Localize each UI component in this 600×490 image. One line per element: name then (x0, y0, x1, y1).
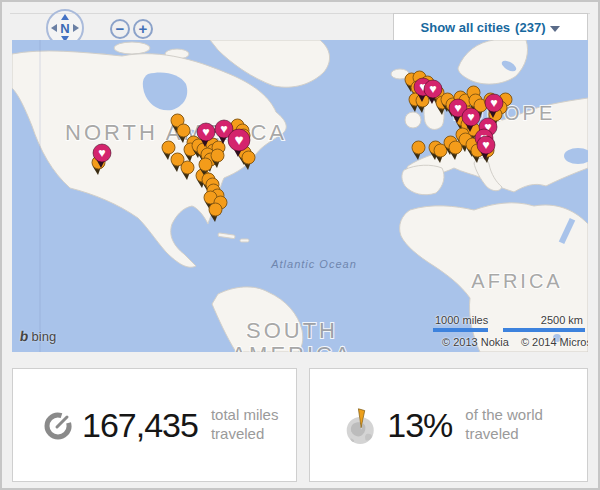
chevron-down-icon (550, 26, 560, 32)
label-africa: AFRICA (471, 270, 562, 292)
heart-icon: ♥ (220, 122, 227, 136)
heart-icon: ♥ (490, 96, 497, 110)
scale-miles-bar (433, 328, 488, 332)
globe-flag-icon (344, 402, 378, 448)
total-miles-label-line2: traveled (211, 425, 279, 444)
show-all-cities-label: Show all cities (421, 20, 511, 35)
label-south-america-1: SOUTH (246, 318, 338, 343)
scale-miles-label: 1000 miles (435, 314, 488, 326)
bing-b-icon: b (19, 328, 30, 344)
label-atlantic-ocean: Atlantic Ocean (270, 258, 357, 270)
copyright-microsoft: © 2014 Microsoft Corporation (521, 336, 588, 348)
heart-icon: ♥ (98, 146, 105, 160)
map-scale: 1000 miles 2500 km © 2013 Nokia © 2014 M… (433, 314, 585, 348)
zoom-in-button[interactable]: + (133, 19, 153, 39)
heart-icon: ♥ (482, 138, 489, 152)
map-canvas: NORTH AMERICA EUROPE AFRICA SOUTH AMERIC… (12, 40, 588, 352)
show-all-cities-dropdown[interactable]: Show all cities (237) (393, 13, 588, 42)
travel-map-widget: N − + Show all cities (237) (0, 0, 600, 490)
scale-km-label: 2500 km (541, 314, 583, 326)
world-traveled-card: 13% of the world traveled (309, 368, 588, 482)
bing-logo[interactable]: b bing (20, 328, 56, 344)
city-pin[interactable] (412, 141, 425, 160)
heart-icon: ♥ (429, 82, 436, 96)
scale-km-bar (503, 328, 585, 332)
heart-icon: ♥ (454, 101, 461, 115)
compass-north-label: N (48, 21, 82, 36)
map-copyright: © 2013 Nokia © 2014 Microsoft Corporatio… (433, 336, 585, 348)
copyright-nokia: © 2013 Nokia (442, 336, 509, 348)
total-miles-card: 167,435 total miles traveled (12, 368, 297, 482)
minus-icon: − (116, 20, 125, 37)
gauge-icon (43, 410, 73, 440)
world-traveled-value: 13% (387, 406, 452, 445)
cities-count: (237) (515, 20, 545, 35)
plus-icon: + (139, 20, 148, 37)
heart-icon: ♥ (202, 125, 209, 139)
world-map[interactable]: NORTH AMERICA EUROPE AFRICA SOUTH AMERIC… (12, 40, 588, 352)
world-traveled-label: of the world traveled (465, 406, 587, 444)
total-miles-value: 167,435 (82, 406, 198, 445)
heart-icon: ♥ (234, 131, 243, 148)
total-miles-label: total miles traveled (211, 406, 279, 444)
bing-logo-text: bing (32, 329, 57, 344)
zoom-out-button[interactable]: − (110, 19, 130, 39)
city-pin[interactable] (209, 203, 222, 222)
label-south-america-2: AMERICA (231, 342, 352, 352)
total-miles-label-line1: total miles (211, 406, 279, 425)
compass-up-icon[interactable] (61, 14, 69, 20)
heart-icon: ♥ (467, 110, 474, 124)
